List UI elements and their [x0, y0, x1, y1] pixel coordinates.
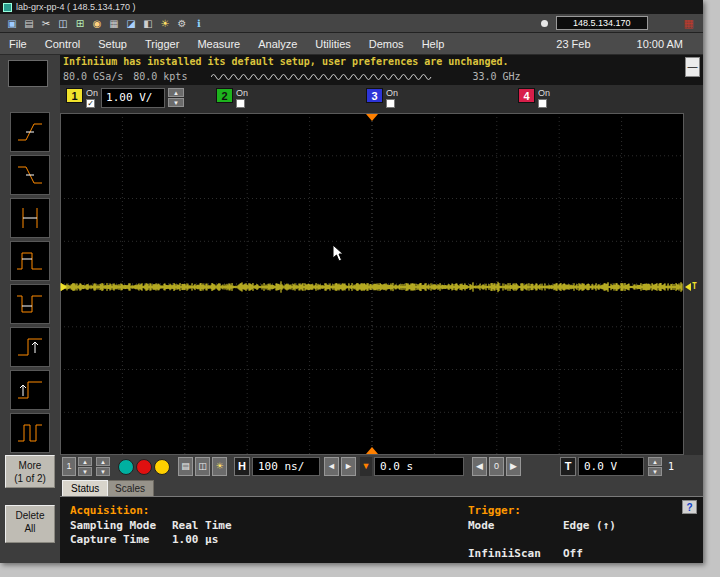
- channel4-checkbox[interactable]: [538, 99, 547, 108]
- pan-left-button[interactable]: ◀: [472, 457, 487, 476]
- horizontal-position-box[interactable]: 0.0 s: [374, 457, 464, 476]
- chart-icon[interactable]: ◪: [124, 16, 138, 31]
- list-icon[interactable]: ▦: [107, 16, 121, 31]
- marker-b-color-button[interactable]: [136, 459, 152, 475]
- waveform-display[interactable]: [60, 113, 684, 455]
- acquisition-title: Acquisition:: [70, 504, 149, 517]
- marker-up-button[interactable]: ▲: [78, 457, 92, 466]
- channel1-button[interactable]: 1: [66, 88, 83, 103]
- menu-trigger[interactable]: Trigger: [136, 38, 188, 50]
- trigger-level-box[interactable]: 0.0 V: [578, 457, 644, 476]
- sample-rate-label: 80.0 GSa/s: [63, 71, 123, 82]
- record-icon[interactable]: ◉: [90, 16, 104, 31]
- bottom-tabs: Status Scales: [60, 479, 703, 496]
- hzoom-out-button[interactable]: ◄: [324, 457, 339, 476]
- meas-pos-width-icon: [15, 248, 45, 274]
- disconnect-icon[interactable]: ▦: [684, 17, 694, 30]
- gear-icon[interactable]: ⚙: [175, 16, 189, 31]
- menu-file[interactable]: File: [0, 38, 36, 50]
- channel2-button[interactable]: 2: [216, 88, 233, 103]
- hzoom-in-button[interactable]: ►: [341, 457, 356, 476]
- scissors-icon[interactable]: ✂: [39, 16, 53, 31]
- panel-icon[interactable]: ◧: [141, 16, 155, 31]
- meas-amplitude-button[interactable]: [10, 327, 50, 367]
- channel4-button[interactable]: 4: [518, 88, 535, 103]
- marker2-down-button[interactable]: ▼: [96, 467, 110, 476]
- marker-down-button[interactable]: ▼: [78, 467, 92, 476]
- infiniiscan-value: Off: [563, 547, 583, 560]
- menu-analyze[interactable]: Analyze: [249, 38, 306, 50]
- tab-status[interactable]: Status: [62, 480, 108, 496]
- bandwidth-sketch-icon: [211, 71, 436, 83]
- marker-stepper[interactable]: ▲ ▼: [78, 457, 92, 476]
- channel-row: 1 On ✓ 1.00 V/ ▲ ▼ 2 On 3: [60, 85, 703, 113]
- channel1-checkbox[interactable]: ✓: [86, 99, 95, 108]
- channel1-on-label: On: [86, 88, 98, 98]
- channel3-checkbox[interactable]: [386, 99, 395, 108]
- trigger-down-button[interactable]: ▼: [648, 467, 662, 476]
- meas-neg-width-button[interactable]: [10, 284, 50, 324]
- channel3-on-label: On: [386, 88, 398, 98]
- channel4-controls: 4 On: [518, 88, 550, 108]
- menu-help[interactable]: Help: [413, 38, 454, 50]
- file-icon[interactable]: ▤: [22, 16, 36, 31]
- menu-measure[interactable]: Measure: [188, 38, 249, 50]
- minimize-banner-button[interactable]: —: [685, 57, 700, 77]
- channel2-on-label: On: [236, 88, 248, 98]
- trigger-source-label: 1: [668, 461, 674, 472]
- delete-all-button[interactable]: Delete All: [5, 505, 55, 543]
- intensity-button[interactable]: ☀: [212, 457, 227, 476]
- grid-icon[interactable]: ⊞: [73, 16, 87, 31]
- trigger-up-button[interactable]: ▲: [648, 457, 662, 466]
- meas-period-button[interactable]: [10, 413, 50, 453]
- trigger-key[interactable]: T: [560, 457, 576, 476]
- time-reference-icon[interactable]: ▼: [360, 457, 372, 476]
- timebase-box[interactable]: 100 ns/: [252, 457, 320, 476]
- trigger-level-stepper[interactable]: ▲ ▼: [648, 457, 662, 476]
- meas-rise-time-button[interactable]: [10, 112, 50, 152]
- channel1-scale-box[interactable]: 1.00 V/: [101, 88, 165, 108]
- meas-pos-width-button[interactable]: [10, 241, 50, 281]
- channel3-button[interactable]: 3: [366, 88, 383, 103]
- meas-delta-time-button[interactable]: [10, 198, 50, 238]
- menu-demos[interactable]: Demos: [360, 38, 413, 50]
- channel1-level-marker[interactable]: T: [685, 282, 697, 291]
- horizontal-key[interactable]: H: [234, 457, 250, 476]
- more-button[interactable]: More (1 of 2): [5, 455, 55, 488]
- meas-delta-time-icon: [15, 205, 45, 231]
- marker-c-color-button[interactable]: [154, 459, 170, 475]
- marker2-up-button[interactable]: ▲: [96, 457, 110, 466]
- marker-number-button[interactable]: 1: [62, 457, 76, 476]
- channel2-controls: 2 On: [216, 88, 248, 108]
- scope-content: Infiniium has installed its default setu…: [60, 55, 703, 563]
- marker-a-color-button[interactable]: [118, 459, 134, 475]
- delete-sublabel: All: [6, 522, 54, 535]
- menu-setup[interactable]: Setup: [89, 38, 136, 50]
- horizontal-control-row: 1 ▲ ▼ ▲ ▼ ▤ ◫ ☀ H 100 ns/ ◄ ► ▼ 0.0 s ◀ …: [60, 455, 703, 479]
- info-icon[interactable]: ℹ: [192, 16, 206, 31]
- channel2-checkbox[interactable]: [236, 99, 245, 108]
- pan-right-button[interactable]: ▶: [506, 457, 521, 476]
- display-settings-button[interactable]: ▤: [178, 457, 193, 476]
- monitor-icon[interactable]: ▣: [5, 16, 19, 31]
- connection-led-icon: [541, 20, 548, 27]
- brightness-icon[interactable]: ☀: [158, 16, 172, 31]
- pan-zero-button[interactable]: 0: [489, 457, 504, 476]
- copy-icon[interactable]: ◫: [56, 16, 70, 31]
- grid-settings-button[interactable]: ◫: [195, 457, 210, 476]
- menu-utilities[interactable]: Utilities: [306, 38, 359, 50]
- tab-scales[interactable]: Scales: [106, 480, 154, 496]
- help-button[interactable]: ?: [682, 500, 697, 514]
- meas-fall-time-icon: [15, 162, 45, 188]
- title-bar[interactable]: lab-grx-pp-4 ( 148.5.134.170 ): [0, 0, 703, 14]
- more-label: More: [6, 459, 54, 472]
- meas-edge-icon: [15, 377, 45, 403]
- channel1-scale-down-button[interactable]: ▼: [168, 98, 184, 107]
- blank-display-button[interactable]: [8, 60, 48, 87]
- menu-control[interactable]: Control: [36, 38, 89, 50]
- address-box[interactable]: 148.5.134.170: [556, 16, 648, 30]
- meas-fall-time-button[interactable]: [10, 155, 50, 195]
- channel1-scale-up-button[interactable]: ▲: [168, 88, 184, 97]
- marker-stepper-2[interactable]: ▲ ▼: [96, 457, 110, 476]
- meas-edge-button[interactable]: [10, 370, 50, 410]
